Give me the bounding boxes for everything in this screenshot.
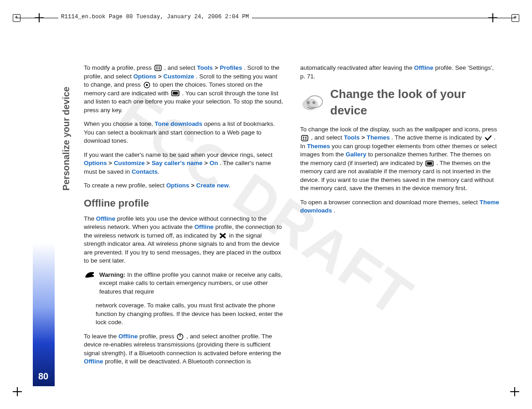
svg-rect-2: [159, 67, 160, 67]
page-body: To modify a profile, press , and select …: [84, 64, 500, 373]
warning-icon: [85, 271, 95, 279]
svg-point-6: [146, 84, 148, 86]
page-spine-gradient: [33, 27, 55, 386]
checkmark-icon: [485, 135, 491, 141]
paragraph: When you choose a tone, Tone downloads o…: [84, 120, 284, 145]
svg-rect-21: [305, 139, 307, 140]
svg-rect-4: [159, 68, 160, 69]
crop-target-icon: +: [512, 14, 519, 22]
crop-target-icon: +: [13, 14, 20, 22]
heading-change-look: Change the look of your device: [300, 86, 500, 119]
paragraph: If you want the caller's name to be said…: [84, 151, 284, 176]
power-key-icon: [177, 333, 184, 340]
svg-rect-17: [302, 135, 308, 141]
menu-key-icon: [301, 135, 308, 141]
paragraph: To open a browser connection and downloa…: [300, 198, 500, 215]
page-number: 80: [38, 371, 48, 382]
memory-card-icon: [171, 90, 179, 96]
svg-point-15: [307, 101, 310, 104]
svg-rect-20: [303, 139, 304, 140]
heading-offline-profile: Offline profile: [84, 197, 284, 210]
warning-continuation: network coverage. To make calls, you mus…: [84, 301, 284, 327]
svg-point-16: [312, 101, 315, 104]
svg-rect-23: [427, 162, 432, 165]
warning-label: Warning:: [99, 271, 126, 278]
crop-cross-icon: [510, 387, 519, 396]
svg-rect-3: [156, 68, 158, 69]
scroll-key-icon: [143, 82, 150, 88]
themes-section-icon: [301, 93, 323, 112]
crop-header: + + R1114_en.book Page 80 Tuesday, Janua…: [13, 13, 519, 24]
crop-cross-icon: [13, 387, 22, 396]
memory-card-icon: [425, 160, 434, 166]
menu-key-icon: [154, 65, 162, 71]
paragraph: To create a new profile, select Options …: [84, 181, 284, 190]
section-side-label: Personalize your device: [61, 87, 72, 191]
svg-rect-1: [156, 67, 158, 67]
svg-rect-8: [173, 92, 178, 95]
crop-cross-icon: [35, 13, 44, 22]
paragraph: The Offline profile lets you use the dev…: [84, 215, 284, 265]
svg-rect-19: [305, 137, 307, 138]
paragraph: To modify a profile, press , and select …: [84, 64, 284, 114]
svg-rect-18: [303, 137, 304, 138]
crop-cross-icon: [488, 13, 497, 22]
crop-header-text: R1114_en.book Page 80 Tuesday, January 2…: [58, 14, 252, 20]
no-signal-icon: [219, 233, 226, 239]
svg-rect-0: [155, 65, 161, 71]
warning-text: In the offline profile you cannot make o…: [99, 271, 282, 295]
paragraph: To change the look of the display, such …: [300, 125, 500, 193]
warning-block: Warning: In the offline profile you cann…: [84, 271, 284, 296]
